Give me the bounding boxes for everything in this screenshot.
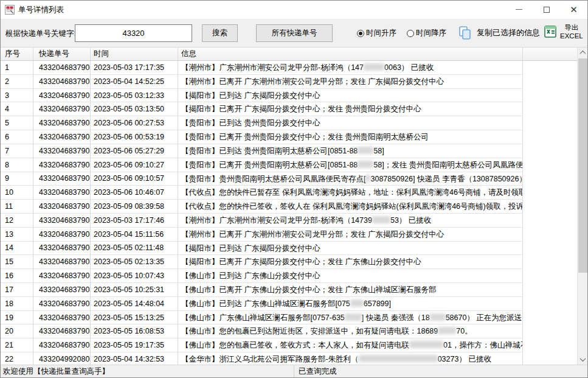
cell-info: 【贵阳市】已离开 贵州贵阳分拨交付中心；发往 贵州贵阳南明太慈桥公司 [178,130,523,144]
cell-info: 【揭阳市】已到达 广东揭阳分拨交付中心 [178,242,523,256]
table-row[interactable]: 2043320468379032023-05-05 16:08:53【佛山市】您… [1,324,577,338]
cell-index: 4 [1,102,33,116]
search-button[interactable]: 搜索 [202,24,238,42]
cell-info: 【贵阳市】已离开 贵州贵阳南明太慈桥公司[0851-8858]；发往 贵州贵阳南… [178,158,523,172]
row-filler [523,89,577,103]
title-bar: 单号详情列表 ✕ [1,1,587,19]
cell-time: 2023-05-04 14:32:53 [91,352,178,365]
table-row[interactable]: 1443320468379032023-05-05 02:11:48【揭阳市】已… [1,242,577,256]
cell-tracking-number: 4332046837903 [33,102,91,116]
copy-pages-icon [458,26,472,40]
table-row[interactable]: 2243320499208062023-05-04 14:32:53【金华市】浙… [1,352,577,365]
cell-info: 【揭阳市】已离开 广东揭阳分拨交付中心；发往 广东佛山分拨交付中心 [178,255,523,269]
cell-tracking-number: 4332046837903 [33,297,91,311]
cell-tracking-number: 4332046837903 [33,144,91,158]
cell-info: 【代收点】您的快件已签收，签收人在 保利凤凰湾澜湾妈妈驿站(保利凤凰湾澜湾46号… [178,200,523,214]
table-row[interactable]: 743320468379032023-05-06 05:27:29【贵阳市】已到… [1,144,577,158]
cell-info: 【揭阳市】已离开 广东揭阳分拨交付中心；发往 贵州贵阳分拨交付中心 [178,102,523,116]
table-row[interactable]: 1643320468379032023-05-05 10:07:43【佛山市】已… [1,269,577,283]
cell-time: 2023-05-05 16:08:53 [91,324,178,338]
table-row[interactable]: 1343320468379032023-05-04 15:11:56【潮州市】已… [1,228,577,242]
scrollbar-thumb[interactable] [578,58,587,273]
table-row[interactable]: 1743320468379032023-05-05 10:25:31【佛山市】已… [1,283,577,297]
censored-blur [365,175,370,182]
cell-time: 2023-05-05 19:17:35 [91,338,178,352]
column-header-index[interactable]: 序号 [1,47,33,60]
cell-time: 2023-05-03 17:17:46 [91,214,178,228]
cell-info: 【金华市】浙江义乌北苑公司拥军路服务部-朱胜利（03273） 已揽收 [178,352,523,365]
table-row[interactable]: 443320468379032023-05-05 03:13:50【揭阳市】已离… [1,102,577,116]
table-row[interactable]: 1843320468379032023-05-05 14:48:04【佛山市】已… [1,297,577,311]
row-filler [523,311,577,325]
cell-time: 2023-05-09 08:39:58 [91,200,178,214]
row-filler [523,283,577,297]
cell-time: 2023-05-06 09:10:57 [91,172,178,186]
table-row[interactable]: 643320468379032023-05-06 00:53:19【贵阳市】已离… [1,130,577,144]
column-header-tracking[interactable]: 快递单号 [33,47,91,60]
maximize-button[interactable] [533,1,560,18]
table-row[interactable]: 243320468379032023-05-04 14:52:25【潮州市】已离… [1,75,577,89]
minimize-button[interactable] [505,1,533,18]
export-button-label: 导出 EXCEL [560,23,583,41]
copy-selected-button[interactable]: 复制已选择的信息 [458,26,540,40]
censored-blur [372,216,390,223]
cell-index: 2 [1,75,33,89]
table-row[interactable]: 2143320468379032023-05-05 19:17:35【佛山市】您… [1,338,577,352]
radio-time-ascending[interactable]: 时间升序 [357,28,396,38]
cell-info: 【贵阳市】贵州贵阳南明太慈桥公司凤凰路便民寄存点[3087850926] 快递员… [178,172,523,186]
cell-info: 【佛山市】您的包裹已签收，签收方式：本人家人，如有疑问请电联01，操作方：佛山禅… [178,338,523,352]
all-tracking-numbers-button[interactable]: 所有快递单号 [256,24,333,42]
cell-tracking-number: 4332046837903 [33,269,91,283]
table-row[interactable]: 843320468379032023-05-06 09:10:27【贵阳市】已离… [1,158,577,172]
maximize-icon [544,7,550,13]
table-row[interactable]: 343320468379032023-05-05 03:12:33【揭阳市】已到… [1,89,577,103]
keyword-input[interactable] [75,24,192,42]
close-button[interactable]: ✕ [560,1,587,18]
cell-index: 21 [1,338,33,352]
cell-time: 2023-05-05 02:13:35 [91,255,178,269]
cell-index: 6 [1,130,33,144]
cell-info: 【佛山市】广东佛山禅城区澜石服务部[0757-635] 快递员 秦强强（1858… [178,311,523,325]
radio-asc-label: 时间升序 [366,28,396,38]
row-filler [523,144,577,158]
table-row[interactable]: 1243320468379032023-05-03 17:17:46【潮州市】广… [1,214,577,228]
toolbar: 根据快递单号关键字: 搜索 所有快递单号 时间升序 时间降序 复制已选择的信息 [1,19,587,47]
table-row[interactable]: 1043320468379032023-05-06 10:46:07【代收点】您… [1,186,577,200]
cell-time: 2023-05-05 03:13:50 [91,102,178,116]
row-filler [523,172,577,186]
cell-info: 【潮州市】已离开 广东潮州市潮安公司龙甲分部；发往 广东揭阳分拨交付中心 [178,228,523,242]
column-header-time[interactable]: 时间 [91,47,178,60]
cell-index: 1 [1,61,33,75]
censored-blur [358,161,373,168]
table-row[interactable]: 543320468379032023-05-06 00:27:53【贵阳市】已到… [1,116,577,130]
row-filler [523,116,577,130]
radio-selected-icon [357,30,364,37]
cell-time: 2023-05-04 14:52:25 [91,75,178,89]
cell-index: 11 [1,200,33,214]
cell-index: 16 [1,269,33,283]
table-row[interactable]: 143320468379032023-05-03 17:17:35【潮州市】广东… [1,61,577,75]
cell-time: 2023-05-06 00:53:19 [91,130,178,144]
export-excel-button[interactable]: 导出 EXCEL [544,23,583,41]
table-row[interactable]: 943320468379032023-05-06 09:10:57【贵阳市】贵州… [1,172,577,186]
radio-time-descending[interactable]: 时间降序 [407,28,446,38]
table-row[interactable]: 1143320468379032023-05-09 08:39:58【代收点】您… [1,200,577,214]
cell-index: 17 [1,283,33,297]
table-row[interactable]: 1543320468379032023-05-05 02:13:35【揭阳市】已… [1,255,577,269]
cell-info: 【潮州市】广东潮州市潮安公司龙甲分部-杨泽鸿（1470063） 已揽收 [178,61,523,75]
cell-tracking-number: 4332046837903 [33,172,91,186]
cell-info: 【佛山市】已离开 广东佛山分拨交付中心；发往 广东佛山禅城区澜石服务部 [178,283,523,297]
row-filler [523,338,577,352]
scroll-up-button[interactable] [578,47,588,58]
cell-time: 2023-05-05 14:48:04 [91,297,178,311]
table-row[interactable]: 1943320468379032023-05-05 15:13:25【佛山市】广… [1,311,577,325]
cell-info: 【揭阳市】已到达 广东揭阳分拨交付中心 [178,89,523,103]
cell-index: 22 [1,352,33,365]
status-bar: 欢迎使用【快递批量查询高手】 已查询完成 [1,365,587,377]
column-header-info[interactable]: 信息 [178,47,523,60]
vertical-scrollbar[interactable] [577,47,587,365]
scroll-down-button[interactable] [578,354,588,365]
cell-tracking-number: 4332046837903 [33,116,91,130]
window-title: 单号详情列表 [18,5,64,15]
cell-index: 19 [1,311,33,325]
